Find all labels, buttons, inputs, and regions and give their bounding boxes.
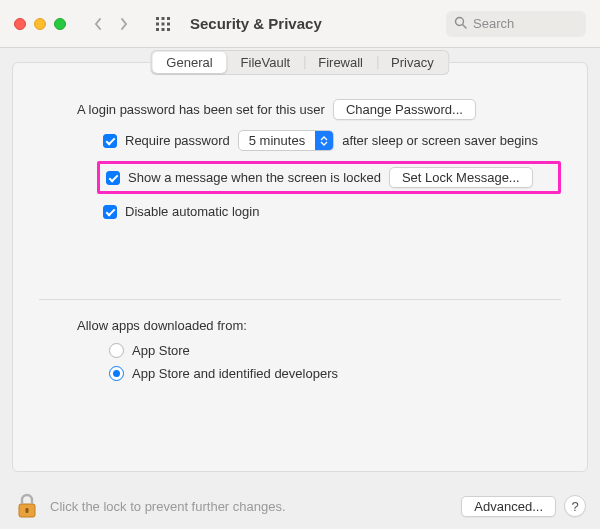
tab-general[interactable]: General (152, 52, 226, 73)
chevron-right-icon (119, 17, 129, 31)
tab-firewall[interactable]: Firewall (304, 52, 377, 73)
allow-apps-appstore-label: App Store (132, 343, 190, 358)
tab-content-general: A login password has been set for this u… (13, 63, 587, 405)
search-input[interactable] (473, 16, 578, 31)
svg-rect-1 (162, 17, 165, 20)
svg-rect-7 (162, 28, 165, 31)
require-password-checkbox[interactable] (103, 134, 117, 148)
minimize-window-button[interactable] (34, 18, 46, 30)
lock-button[interactable] (14, 493, 40, 519)
disable-auto-login-label: Disable automatic login (125, 204, 259, 219)
svg-rect-5 (167, 22, 170, 25)
require-password-label-after: after sleep or screen saver begins (342, 133, 538, 148)
allow-apps-radio-identified[interactable] (109, 366, 124, 381)
require-password-delay-value: 5 minutes (239, 133, 315, 148)
password-set-row: A login password has been set for this u… (77, 99, 561, 120)
help-button[interactable]: ? (564, 495, 586, 517)
disable-auto-login-row: Disable automatic login (103, 204, 561, 219)
svg-rect-6 (156, 28, 159, 31)
titlebar: Security & Privacy (0, 0, 600, 48)
lock-message-row: Show a message when the screen is locked… (97, 161, 561, 194)
window-controls (14, 18, 66, 30)
svg-rect-3 (156, 22, 159, 25)
require-password-row: Require password 5 minutes after sleep o… (103, 130, 561, 151)
svg-rect-2 (167, 17, 170, 20)
updown-chevron-icon (315, 131, 333, 150)
nav-arrows (88, 12, 134, 36)
show-all-button[interactable] (154, 15, 172, 33)
forward-button[interactable] (114, 12, 134, 36)
allow-apps-option-identified: App Store and identified developers (109, 366, 561, 381)
advanced-button[interactable]: Advanced... (461, 496, 556, 517)
svg-rect-0 (156, 17, 159, 20)
change-password-button[interactable]: Change Password... (333, 99, 476, 120)
svg-rect-12 (26, 508, 29, 513)
set-lock-message-button[interactable]: Set Lock Message... (389, 167, 533, 188)
lock-message-label: Show a message when the screen is locked (128, 170, 381, 185)
window-title: Security & Privacy (190, 15, 322, 32)
lock-message-checkbox[interactable] (106, 171, 120, 185)
tab-privacy[interactable]: Privacy (377, 52, 448, 73)
svg-line-10 (463, 24, 467, 28)
lock-hint-text: Click the lock to prevent further change… (50, 499, 286, 514)
disable-auto-login-checkbox[interactable] (103, 205, 117, 219)
grid-icon (156, 17, 170, 31)
chevron-left-icon (93, 17, 103, 31)
zoom-window-button[interactable] (54, 18, 66, 30)
svg-rect-4 (162, 22, 165, 25)
divider (39, 299, 561, 300)
tab-filevault[interactable]: FileVault (227, 52, 305, 73)
footer: Click the lock to prevent further change… (0, 483, 600, 529)
svg-rect-8 (167, 28, 170, 31)
search-icon (454, 16, 467, 32)
require-password-delay-select[interactable]: 5 minutes (238, 130, 334, 151)
search-field[interactable] (446, 11, 586, 37)
allow-apps-label: Allow apps downloaded from: (77, 318, 561, 333)
main-panel: General FileVault Firewall Privacy A log… (12, 62, 588, 472)
back-button[interactable] (88, 12, 108, 36)
lock-icon (16, 493, 38, 519)
allow-apps-radio-appstore[interactable] (109, 343, 124, 358)
allow-apps-option-appstore: App Store (109, 343, 561, 358)
tab-bar: General FileVault Firewall Privacy (150, 50, 449, 75)
allow-apps-identified-label: App Store and identified developers (132, 366, 338, 381)
require-password-label-before: Require password (125, 133, 230, 148)
password-set-text: A login password has been set for this u… (77, 102, 325, 117)
close-window-button[interactable] (14, 18, 26, 30)
